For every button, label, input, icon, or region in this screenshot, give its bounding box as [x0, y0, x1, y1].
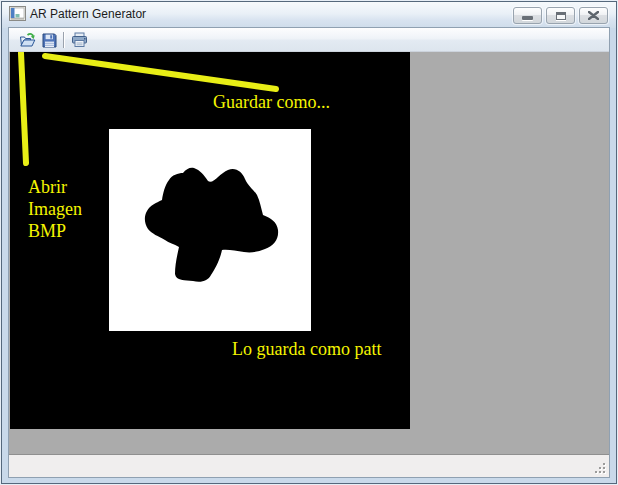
print-button[interactable] — [69, 30, 89, 50]
minimize-icon — [522, 16, 533, 20]
annotation-line-save — [45, 56, 276, 89]
maximize-icon — [556, 12, 566, 20]
maximize-button[interactable] — [546, 7, 575, 24]
annotation-save-as: Guardar como... — [213, 92, 330, 113]
app-icon[interactable] — [9, 6, 26, 21]
minimize-button[interactable] — [513, 7, 542, 24]
resize-grip[interactable] — [594, 462, 607, 475]
statusbar — [9, 454, 609, 477]
print-icon — [71, 32, 88, 48]
workspace: Guardar como... Abrir Imagen BMP Lo guar… — [9, 52, 609, 454]
save-floppy-icon — [42, 33, 57, 48]
annotation-line-open — [21, 53, 26, 163]
annotation-open-bmp-line3: BMP — [28, 220, 82, 242]
client-area: Guardar como... Abrir Imagen BMP Lo guar… — [9, 28, 609, 477]
pattern-canvas: Guardar como... Abrir Imagen BMP Lo guar… — [10, 52, 410, 429]
annotation-open-bmp: Abrir Imagen BMP — [28, 176, 82, 242]
annotation-open-bmp-line2: Imagen — [28, 198, 82, 220]
close-button[interactable] — [579, 7, 608, 24]
app-window-icon — [9, 6, 26, 21]
pattern-blob — [109, 129, 311, 331]
titlebar: AR Pattern Generator — [2, 2, 616, 28]
toolbar — [9, 28, 609, 52]
save-button[interactable] — [39, 30, 59, 50]
open-button[interactable] — [17, 30, 37, 50]
open-folder-icon — [19, 32, 36, 48]
annotation-open-bmp-line1: Abrir — [28, 176, 82, 198]
app-window: AR Pattern Generator — [0, 0, 618, 485]
annotation-save-patt: Lo guarda como patt — [232, 339, 381, 360]
close-icon — [588, 11, 599, 20]
window-title: AR Pattern Generator — [30, 7, 146, 21]
pattern-image — [109, 129, 311, 331]
window-controls — [513, 7, 608, 24]
toolbar-separator — [63, 32, 64, 48]
